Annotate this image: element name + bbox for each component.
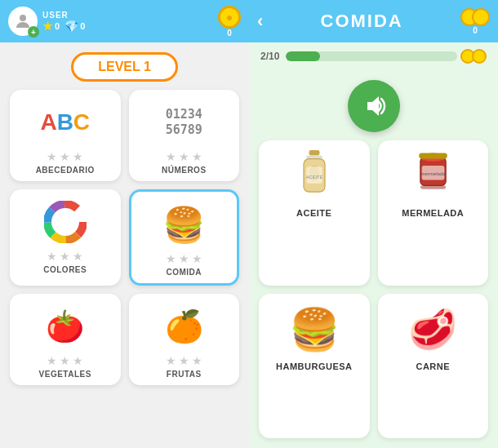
vegetales-visual: 🍅 xyxy=(37,302,94,351)
coin-icon-left: ● xyxy=(218,6,241,29)
mermelada-label: MERMELADA xyxy=(402,208,464,218)
abecedario-stars: ★ ★ ★ xyxy=(47,150,83,163)
abc-visual: ABC xyxy=(37,98,94,147)
right-header: ‹ COMIDA 0 xyxy=(249,0,498,42)
aceite-label: ACEITE xyxy=(296,208,331,218)
colores-label: COLORES xyxy=(43,265,87,274)
sound-button[interactable] xyxy=(348,80,400,132)
user-info: USER ★ 0 💎 0 xyxy=(42,11,213,33)
colores-stars: ★ ★ ★ xyxy=(47,250,83,263)
category-card-frutas[interactable]: 🍊 ★ ★ ★ FRUTAS xyxy=(129,294,240,385)
back-button[interactable]: ‹ xyxy=(257,11,263,32)
answers-grid: ACEITE ACEITE mermelada MERMELADA xyxy=(249,140,498,448)
category-card-numeros[interactable]: 0123456789 ★ ★ ★ NÚMEROS xyxy=(129,90,240,181)
numeros-label: NÚMEROS xyxy=(162,166,207,175)
category-card-abecedario[interactable]: ABC ★ ★ ★ ABECEDARIO xyxy=(10,90,121,181)
gem-stat: 💎 0 xyxy=(64,20,85,33)
progress-label: 2/10 xyxy=(260,51,279,62)
right-panel: ‹ COMIDA 0 2/10 xyxy=(249,0,498,448)
left-panel: + USER ★ 0 💎 0 ● 0 LEVEL 1 xyxy=(0,0,249,448)
mermelada-image: mermelada xyxy=(400,150,465,203)
level-badge: LEVEL 1 xyxy=(71,52,178,82)
colors-visual xyxy=(37,197,94,246)
username: USER xyxy=(42,11,213,20)
num-visual: 0123456789 xyxy=(155,98,212,147)
avatar[interactable]: + xyxy=(8,7,38,36)
svg-point-0 xyxy=(20,15,26,21)
svg-rect-19 xyxy=(419,153,447,158)
add-avatar-icon[interactable]: + xyxy=(28,26,39,38)
frutas-label: FRUTAS xyxy=(167,370,202,379)
abecedario-label: ABECEDARIO xyxy=(36,166,95,175)
category-card-colores[interactable]: ★ ★ ★ COLORES xyxy=(10,189,121,286)
progress-fill xyxy=(286,51,320,61)
coins-right: 0 xyxy=(460,8,490,35)
progress-row: 2/10 xyxy=(249,42,498,69)
prog-coin-2 xyxy=(472,49,487,64)
right-title: COMIDA xyxy=(269,11,454,32)
coin-2 xyxy=(472,8,490,26)
aceite-image: ACEITE xyxy=(282,150,347,203)
svg-point-8 xyxy=(57,214,73,230)
user-stats: ★ 0 💎 0 xyxy=(42,20,213,33)
progress-bar xyxy=(286,51,457,61)
svg-rect-9 xyxy=(309,150,319,156)
coins-header-left: ● 0 xyxy=(218,6,241,38)
hamburguesa-label: HAMBURGUESA xyxy=(276,362,353,371)
hamburguesa-image: 🍔 xyxy=(282,304,347,357)
comida-label: COMIDA xyxy=(166,268,202,277)
frutas-visual: 🍊 xyxy=(155,302,212,351)
coin-count-left: 0 xyxy=(227,29,232,38)
star-icon: ★ xyxy=(42,20,53,33)
star-stat: ★ 0 xyxy=(42,20,60,33)
gem-count: 0 xyxy=(80,21,85,31)
svg-text:ACEITE: ACEITE xyxy=(306,175,323,180)
comida-stars: ★ ★ ★ xyxy=(166,252,202,265)
left-header: + USER ★ 0 💎 0 ● 0 xyxy=(0,0,249,42)
vegetales-stars: ★ ★ ★ xyxy=(47,354,83,367)
gem-icon: 💎 xyxy=(64,20,78,33)
frutas-stars: ★ ★ ★ xyxy=(166,354,202,367)
progress-coins xyxy=(464,49,487,64)
comida-visual: 🍔 xyxy=(155,200,212,249)
answer-card-aceite[interactable]: ACEITE ACEITE xyxy=(259,140,370,286)
carne-image: 🥩 xyxy=(400,304,465,357)
numeros-stars: ★ ★ ★ xyxy=(166,150,202,163)
vegetales-label: VEGETALES xyxy=(39,370,91,379)
category-card-comida[interactable]: 🍔 ★ ★ ★ COMIDA xyxy=(129,189,240,286)
carne-label: CARNE xyxy=(416,362,450,371)
answer-card-mermelada[interactable]: mermelada MERMELADA xyxy=(378,140,489,286)
category-card-vegetales[interactable]: 🍅 ★ ★ ★ VEGETALES xyxy=(10,294,121,385)
svg-text:mermelada: mermelada xyxy=(420,171,446,176)
answer-card-hamburguesa[interactable]: 🍔 HAMBURGUESA xyxy=(259,294,370,439)
svg-rect-22 xyxy=(420,185,446,189)
category-grid: ABC ★ ★ ★ ABECEDARIO 0123456789 ★ ★ ★ NÚ… xyxy=(0,90,249,385)
coin-count-right: 0 xyxy=(473,26,478,35)
star-count: 0 xyxy=(55,21,60,31)
answer-card-carne[interactable]: 🥩 CARNE xyxy=(378,294,489,439)
sound-button-area xyxy=(249,69,498,140)
coin-stack xyxy=(460,8,490,26)
